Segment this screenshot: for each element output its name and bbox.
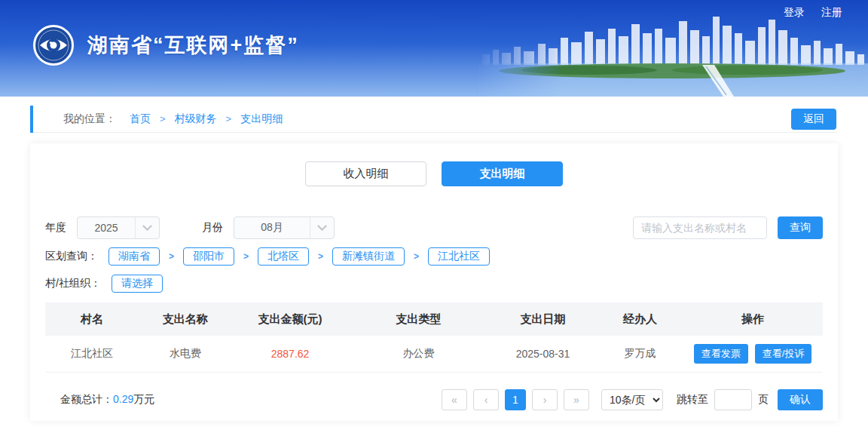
region-separator: > — [169, 251, 174, 262]
total-value: 0.29 — [113, 393, 133, 405]
page-suffix-label: 页 — [758, 393, 769, 407]
region-separator: > — [414, 251, 419, 262]
pagination: « ‹ 1 › » 10条/页 跳转至 页 确认 — [442, 389, 823, 410]
col-date: 支出日期 — [488, 302, 597, 336]
region-separator: > — [318, 251, 323, 262]
page-size-select[interactable]: 10条/页 — [601, 389, 663, 410]
next-page-button[interactable]: › — [532, 389, 558, 410]
col-village: 村名 — [45, 302, 139, 336]
register-link[interactable]: 注册 — [821, 6, 842, 20]
total-unit: 万元 — [133, 393, 154, 405]
region-town-button[interactable]: 新滩镇街道 — [332, 247, 405, 266]
city-skyline-image — [476, 11, 868, 97]
tab-expense-detail[interactable]: 支出明细 — [442, 161, 563, 186]
breadcrumb-separator: > — [160, 113, 166, 124]
month-label: 月份 — [202, 221, 223, 235]
cell-date: 2025-08-31 — [488, 336, 597, 372]
month-select-value: 08月 — [234, 221, 310, 235]
breadcrumb-expense-detail[interactable]: 支出明细 — [240, 112, 283, 126]
jump-page-input[interactable] — [714, 389, 752, 410]
page-title: 湖南省“互联网+监督” — [87, 32, 299, 59]
org-filter-row: 村/社组织： 请选择 — [45, 274, 823, 293]
filter-row: 年度 2025 月份 08月 查询 — [45, 216, 823, 239]
col-actions: 操作 — [683, 302, 823, 336]
region-filter-row: 区划查询： 湖南省 > 邵阳市 > 北塔区 > 新滩镇街道 > 江北社区 — [45, 247, 823, 266]
region-city-button[interactable]: 邵阳市 — [183, 247, 234, 266]
region-community-button[interactable]: 江北社区 — [428, 247, 490, 266]
back-button[interactable]: 返回 — [791, 109, 836, 130]
breadcrumb-village-finance[interactable]: 村级财务 — [175, 112, 217, 126]
chevron-down-icon — [310, 217, 334, 238]
search-area: 查询 — [633, 216, 823, 239]
month-select[interactable]: 08月 — [234, 216, 335, 239]
breadcrumb-label: 我的位置： — [63, 112, 116, 126]
table-row: 江北社区 水电费 2887.62 办公费 2025-08-31 罗万成 查看发票… — [45, 336, 823, 372]
org-select-button[interactable]: 请选择 — [112, 275, 163, 293]
col-handler: 经办人 — [598, 302, 683, 336]
breadcrumb-accent — [30, 106, 33, 133]
year-label: 年度 — [45, 221, 66, 235]
eye-icon — [33, 25, 74, 66]
app-header: 登录 注册 湖南省“互联网+监督” — [0, 0, 868, 97]
query-button[interactable]: 查询 — [778, 216, 823, 239]
content-card: 收入明细 支出明细 年度 2025 月份 08月 查询 区划查询： 湖南省 > … — [30, 143, 838, 421]
total-label: 金额总计： — [60, 393, 113, 405]
year-select[interactable]: 2025 — [77, 216, 160, 239]
cell-expense-name: 水电费 — [139, 336, 232, 372]
cell-handler: 罗万成 — [598, 336, 683, 372]
table-header-row: 村名 支出名称 支出金额(元) 支出类型 支出日期 经办人 操作 — [45, 302, 823, 336]
org-label: 村/社组织： — [45, 277, 101, 290]
confirm-button[interactable]: 确认 — [778, 389, 823, 410]
login-link[interactable]: 登录 — [784, 6, 805, 20]
table-footer: 金额总计：0.29万元 « ‹ 1 › » 10条/页 跳转至 页 确认 — [45, 389, 823, 410]
first-page-button[interactable]: « — [442, 389, 467, 410]
cell-actions: 查看发票 查看/投诉 — [683, 336, 823, 372]
brand: 湖南省“互联网+监督” — [33, 25, 299, 66]
detail-tabs: 收入明细 支出明细 — [30, 161, 838, 186]
site-logo — [33, 25, 74, 66]
jump-label: 跳转至 — [677, 393, 708, 407]
col-amount: 支出金额(元) — [232, 302, 349, 336]
search-input[interactable] — [633, 216, 767, 239]
breadcrumb-separator: > — [226, 113, 232, 124]
prev-page-button[interactable]: ‹ — [473, 389, 499, 410]
cell-amount: 2887.62 — [232, 336, 349, 372]
year-select-value: 2025 — [78, 222, 135, 234]
region-separator: > — [243, 251, 249, 262]
col-expense-name: 支出名称 — [139, 302, 232, 336]
last-page-button[interactable]: » — [564, 389, 589, 410]
breadcrumb-home[interactable]: 首页 — [130, 112, 151, 126]
auth-links: 登录 注册 — [784, 6, 842, 20]
cell-village: 江北社区 — [45, 336, 139, 372]
total-amount: 金额总计：0.29万元 — [45, 393, 154, 407]
region-province-button[interactable]: 湖南省 — [108, 247, 160, 266]
cell-type: 办公费 — [348, 336, 488, 372]
region-district-button[interactable]: 北塔区 — [258, 247, 309, 266]
region-label: 区划查询： — [45, 250, 98, 263]
view-invoice-button[interactable]: 查看发票 — [694, 344, 748, 364]
page-number-button[interactable]: 1 — [505, 389, 526, 410]
chevron-down-icon — [135, 217, 159, 238]
view-complain-button[interactable]: 查看/投诉 — [755, 344, 812, 364]
breadcrumb: 我的位置： 首页 > 村级财务 > 支出明细 返回 — [30, 106, 838, 133]
tab-income-detail[interactable]: 收入明细 — [305, 161, 426, 186]
col-type: 支出类型 — [348, 302, 488, 336]
expense-table: 村名 支出名称 支出金额(元) 支出类型 支出日期 经办人 操作 江北社区 水电… — [45, 302, 823, 373]
